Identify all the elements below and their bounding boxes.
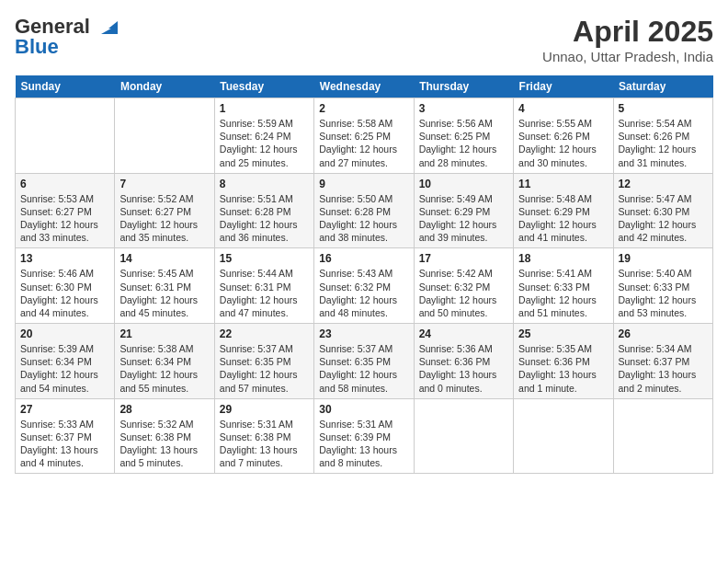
logo-blue: Blue xyxy=(15,35,59,59)
week-row-3: 13Sunrise: 5:46 AM Sunset: 6:30 PM Dayli… xyxy=(16,248,713,324)
weekday-header-sunday: Sunday xyxy=(16,75,115,98)
calendar-cell: 9Sunrise: 5:50 AM Sunset: 6:28 PM Daylig… xyxy=(314,173,414,248)
location: Unnao, Uttar Pradesh, India xyxy=(542,49,713,64)
calendar-cell: 7Sunrise: 5:52 AM Sunset: 6:27 PM Daylig… xyxy=(115,173,214,248)
day-info: Sunrise: 5:53 AM Sunset: 6:27 PM Dayligh… xyxy=(20,192,109,245)
day-number: 27 xyxy=(20,403,109,416)
logo-icon xyxy=(92,17,119,36)
calendar-cell: 17Sunrise: 5:42 AM Sunset: 6:32 PM Dayli… xyxy=(414,248,513,324)
calendar-cell: 23Sunrise: 5:37 AM Sunset: 6:35 PM Dayli… xyxy=(314,324,414,399)
day-info: Sunrise: 5:42 AM Sunset: 6:32 PM Dayligh… xyxy=(419,267,508,319)
day-number: 20 xyxy=(20,327,109,340)
day-number: 18 xyxy=(518,252,608,265)
day-info: Sunrise: 5:51 AM Sunset: 6:28 PM Dayligh… xyxy=(220,192,309,245)
calendar-cell: 15Sunrise: 5:44 AM Sunset: 6:31 PM Dayli… xyxy=(214,248,313,324)
day-number: 10 xyxy=(419,178,508,190)
day-number: 30 xyxy=(319,403,408,416)
calendar-cell xyxy=(115,98,214,174)
calendar-cell xyxy=(613,398,712,474)
day-number: 22 xyxy=(220,327,309,340)
day-info: Sunrise: 5:43 AM Sunset: 6:32 PM Dayligh… xyxy=(319,267,408,319)
day-number: 4 xyxy=(518,102,608,115)
day-info: Sunrise: 5:36 AM Sunset: 6:36 PM Dayligh… xyxy=(419,342,508,395)
day-number: 7 xyxy=(119,178,209,190)
day-info: Sunrise: 5:46 AM Sunset: 6:30 PM Dayligh… xyxy=(20,267,109,319)
day-number: 12 xyxy=(619,178,708,190)
calendar-cell: 12Sunrise: 5:47 AM Sunset: 6:30 PM Dayli… xyxy=(613,173,712,248)
day-info: Sunrise: 5:38 AM Sunset: 6:34 PM Dayligh… xyxy=(119,342,209,395)
day-info: Sunrise: 5:49 AM Sunset: 6:29 PM Dayligh… xyxy=(419,192,508,245)
day-number: 15 xyxy=(220,252,309,265)
day-info: Sunrise: 5:44 AM Sunset: 6:31 PM Dayligh… xyxy=(220,267,309,319)
day-number: 19 xyxy=(619,252,708,265)
weekday-header-thursday: Thursday xyxy=(414,75,513,98)
day-info: Sunrise: 5:47 AM Sunset: 6:30 PM Dayligh… xyxy=(619,192,708,245)
day-number: 2 xyxy=(319,102,408,115)
week-row-2: 6Sunrise: 5:53 AM Sunset: 6:27 PM Daylig… xyxy=(16,173,713,248)
week-row-1: 1Sunrise: 5:59 AM Sunset: 6:24 PM Daylig… xyxy=(16,98,713,174)
weekday-header-row: SundayMondayTuesdayWednesdayThursdayFrid… xyxy=(16,75,713,98)
day-info: Sunrise: 5:37 AM Sunset: 6:35 PM Dayligh… xyxy=(319,342,408,395)
day-number: 26 xyxy=(619,327,708,340)
day-number: 3 xyxy=(419,102,508,115)
page-header: General Blue April 2025 Unnao, Uttar Pra… xyxy=(15,15,713,64)
calendar-cell xyxy=(414,398,513,474)
day-info: Sunrise: 5:35 AM Sunset: 6:36 PM Dayligh… xyxy=(518,342,608,395)
calendar-cell: 25Sunrise: 5:35 AM Sunset: 6:36 PM Dayli… xyxy=(514,324,613,399)
day-number: 6 xyxy=(20,178,109,190)
calendar-cell: 10Sunrise: 5:49 AM Sunset: 6:29 PM Dayli… xyxy=(414,173,513,248)
day-info: Sunrise: 5:55 AM Sunset: 6:26 PM Dayligh… xyxy=(518,117,608,169)
day-number: 23 xyxy=(319,327,408,340)
day-info: Sunrise: 5:31 AM Sunset: 6:39 PM Dayligh… xyxy=(319,418,408,470)
logo: General Blue xyxy=(15,15,119,59)
day-info: Sunrise: 5:31 AM Sunset: 6:38 PM Dayligh… xyxy=(220,418,309,470)
calendar-cell: 13Sunrise: 5:46 AM Sunset: 6:30 PM Dayli… xyxy=(16,248,115,324)
day-number: 1 xyxy=(220,102,309,115)
day-info: Sunrise: 5:37 AM Sunset: 6:35 PM Dayligh… xyxy=(220,342,309,395)
weekday-header-tuesday: Tuesday xyxy=(214,75,313,98)
calendar-cell: 2Sunrise: 5:58 AM Sunset: 6:25 PM Daylig… xyxy=(314,98,414,174)
calendar-cell: 22Sunrise: 5:37 AM Sunset: 6:35 PM Dayli… xyxy=(214,324,313,399)
calendar-table: SundayMondayTuesdayWednesdayThursdayFrid… xyxy=(15,75,713,474)
calendar-cell: 29Sunrise: 5:31 AM Sunset: 6:38 PM Dayli… xyxy=(214,398,313,474)
day-info: Sunrise: 5:34 AM Sunset: 6:37 PM Dayligh… xyxy=(619,342,708,395)
weekday-header-wednesday: Wednesday xyxy=(314,75,414,98)
day-number: 28 xyxy=(119,403,209,416)
calendar-cell: 11Sunrise: 5:48 AM Sunset: 6:29 PM Dayli… xyxy=(514,173,613,248)
month-title: April 2025 xyxy=(542,15,713,49)
calendar-cell: 24Sunrise: 5:36 AM Sunset: 6:36 PM Dayli… xyxy=(414,324,513,399)
calendar-cell: 28Sunrise: 5:32 AM Sunset: 6:38 PM Dayli… xyxy=(115,398,214,474)
calendar-cell: 14Sunrise: 5:45 AM Sunset: 6:31 PM Dayli… xyxy=(115,248,214,324)
calendar-cell: 30Sunrise: 5:31 AM Sunset: 6:39 PM Dayli… xyxy=(314,398,414,474)
day-number: 29 xyxy=(220,403,309,416)
day-number: 16 xyxy=(319,252,408,265)
day-info: Sunrise: 5:54 AM Sunset: 6:26 PM Dayligh… xyxy=(619,117,708,169)
day-info: Sunrise: 5:32 AM Sunset: 6:38 PM Dayligh… xyxy=(119,418,209,470)
calendar-cell: 18Sunrise: 5:41 AM Sunset: 6:33 PM Dayli… xyxy=(514,248,613,324)
calendar-cell: 3Sunrise: 5:56 AM Sunset: 6:25 PM Daylig… xyxy=(414,98,513,174)
calendar-cell xyxy=(16,98,115,174)
day-info: Sunrise: 5:39 AM Sunset: 6:34 PM Dayligh… xyxy=(20,342,109,395)
calendar-cell: 16Sunrise: 5:43 AM Sunset: 6:32 PM Dayli… xyxy=(314,248,414,324)
day-info: Sunrise: 5:52 AM Sunset: 6:27 PM Dayligh… xyxy=(119,192,209,245)
weekday-header-friday: Friday xyxy=(514,75,613,98)
day-number: 25 xyxy=(518,327,608,340)
weekday-header-saturday: Saturday xyxy=(613,75,712,98)
calendar-cell xyxy=(514,398,613,474)
calendar-cell: 1Sunrise: 5:59 AM Sunset: 6:24 PM Daylig… xyxy=(214,98,313,174)
calendar-cell: 27Sunrise: 5:33 AM Sunset: 6:37 PM Dayli… xyxy=(16,398,115,474)
day-number: 14 xyxy=(119,252,209,265)
day-info: Sunrise: 5:48 AM Sunset: 6:29 PM Dayligh… xyxy=(518,192,608,245)
day-info: Sunrise: 5:58 AM Sunset: 6:25 PM Dayligh… xyxy=(319,117,408,169)
title-area: April 2025 Unnao, Uttar Pradesh, India xyxy=(542,15,713,64)
svg-marker-1 xyxy=(108,21,118,29)
calendar-cell: 5Sunrise: 5:54 AM Sunset: 6:26 PM Daylig… xyxy=(613,98,712,174)
day-number: 9 xyxy=(319,178,408,190)
day-number: 11 xyxy=(518,178,608,190)
day-number: 17 xyxy=(419,252,508,265)
day-number: 5 xyxy=(619,102,708,115)
day-info: Sunrise: 5:41 AM Sunset: 6:33 PM Dayligh… xyxy=(518,267,608,319)
calendar-cell: 26Sunrise: 5:34 AM Sunset: 6:37 PM Dayli… xyxy=(613,324,712,399)
calendar-cell: 8Sunrise: 5:51 AM Sunset: 6:28 PM Daylig… xyxy=(214,173,313,248)
day-number: 24 xyxy=(419,327,508,340)
